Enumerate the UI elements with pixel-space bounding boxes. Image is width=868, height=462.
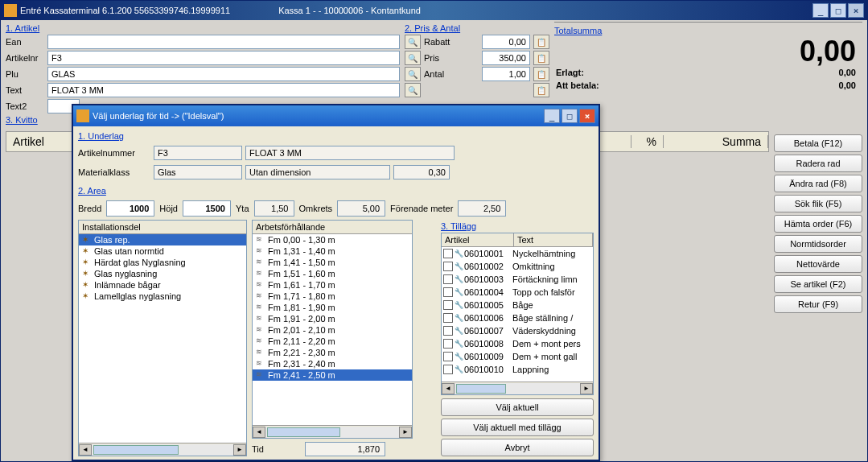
- tillagg-row[interactable]: 🔧06010008Dem + mont pers: [442, 337, 593, 350]
- arb-item[interactable]: ≋Fm 1,31 - 1,40 m: [253, 245, 412, 257]
- arb-item[interactable]: ≋Fm 1,71 - 1,80 m: [253, 291, 412, 302]
- tillagg-checkbox[interactable]: [443, 300, 453, 310]
- arb-item[interactable]: ≋Fm 2,01 - 2,10 m: [253, 324, 412, 336]
- maximize-button[interactable]: □: [830, 3, 846, 18]
- pris-lookup-icon[interactable]: 🔍: [405, 51, 421, 65]
- rabatt-input[interactable]: [482, 35, 530, 49]
- plu-input[interactable]: [47, 67, 400, 81]
- artikelnr-label: Artikelnr: [6, 53, 44, 63]
- valj-aktuell-tillagg-button[interactable]: Välj aktuell med tillägg: [441, 419, 594, 436]
- arb-item[interactable]: ≋Fm 1,81 - 1,90 m: [253, 302, 412, 313]
- tillagg-checkbox[interactable]: [443, 262, 453, 271]
- inst-item[interactable]: ✶Glas utan normtid: [79, 245, 246, 257]
- close-button[interactable]: ×: [848, 3, 864, 18]
- tillagg-checkbox[interactable]: [443, 287, 453, 297]
- rabatt-lookup-icon[interactable]: 🔍: [405, 35, 421, 49]
- arb-item[interactable]: ≋Fm 1,41 - 1,50 m: [253, 257, 412, 268]
- pris-side-icon[interactable]: 📋: [533, 51, 549, 65]
- tillagg-row[interactable]: 🔧06010002Omkittning: [442, 260, 593, 273]
- tillagg-checkbox[interactable]: [443, 249, 453, 258]
- side-buttons: Betala (F12)Radera radÄndra rad (F8)Sök …: [774, 134, 862, 313]
- inst-list[interactable]: ✶Glas rep.✶Glas utan normtid✶Härdat glas…: [79, 234, 246, 443]
- arb-item[interactable]: ≋Fm 2,41 - 2,50 m: [253, 369, 412, 381]
- modal-minimize-button[interactable]: _: [544, 109, 560, 123]
- tillagg-row[interactable]: 🔧06010005Båge: [442, 299, 593, 311]
- underlag-artikelnr-text: FLOAT 3 MM: [245, 146, 455, 160]
- rabatt-label: Rabatt: [424, 37, 479, 47]
- section-artikel: 1. Artikel: [6, 23, 400, 33]
- antal-input[interactable]: [482, 67, 530, 81]
- inst-item[interactable]: ✶Härdat glas Nyglasning: [79, 257, 246, 268]
- tillagg-row[interactable]: 🔧06010010Lappning: [442, 363, 593, 376]
- modal-close-button[interactable]: ×: [579, 109, 595, 123]
- inst-hscroll[interactable]: ◄►: [79, 443, 246, 456]
- antal-label: Antal: [424, 69, 479, 79]
- pris-input[interactable]: [482, 51, 530, 65]
- valj-aktuell-button[interactable]: Välj aktuell: [441, 398, 594, 416]
- modal-title: Välj underlag för tid -> ("Idelsval"): [93, 111, 224, 121]
- tillagg-hscroll[interactable]: ◄►: [442, 382, 593, 394]
- arb-list[interactable]: ≋Fm 0,00 - 1,30 m≋Fm 1,31 - 1,40 m≋Fm 1,…: [253, 234, 412, 425]
- side-button-7[interactable]: Se artikel (F2): [774, 275, 862, 293]
- side-button-2[interactable]: Ändra rad (F8): [774, 175, 862, 192]
- side-button-1[interactable]: Radera rad: [774, 155, 862, 172]
- tillagg-row[interactable]: 🔧06010004Topp och falsför: [442, 286, 593, 299]
- tillagg-col-text: Text: [514, 233, 593, 246]
- antal-side-icon[interactable]: 📋: [533, 67, 549, 81]
- tillagg-row[interactable]: 🔧06010006Båge ställning /: [442, 311, 593, 324]
- side-button-3[interactable]: Sök flik (F5): [774, 195, 862, 212]
- bredd-input[interactable]: [106, 200, 154, 217]
- tillagg-checkbox[interactable]: [443, 274, 453, 284]
- extra-side-icon[interactable]: 📋: [533, 83, 549, 97]
- arb-item[interactable]: ≋Fm 0,00 - 1,30 m: [253, 234, 412, 245]
- tillagg-checkbox[interactable]: [443, 352, 453, 361]
- title-left: Entré Kassaterminal 6.1.200 55653399746.…: [20, 6, 230, 15]
- side-button-0[interactable]: Betala (F12): [774, 134, 862, 152]
- arb-hscroll[interactable]: ◄►: [253, 425, 412, 438]
- arb-item[interactable]: ≋Fm 1,61 - 1,70 m: [253, 279, 412, 291]
- artikelnr-input[interactable]: [47, 51, 400, 65]
- text2-label: Text2: [6, 101, 44, 111]
- arb-item[interactable]: ≋Fm 1,51 - 1,60 m: [253, 268, 412, 279]
- modal-maximize-button[interactable]: □: [562, 109, 578, 123]
- inst-item[interactable]: ✶Inlämnade bågar: [79, 279, 246, 291]
- tillagg-row[interactable]: 🔧06010003Förtäckning limn: [442, 273, 593, 286]
- modal-window: Välj underlag för tid -> ("Idelsval") _ …: [72, 104, 600, 461]
- side-button-8[interactable]: Retur (F9): [774, 295, 862, 313]
- text-input[interactable]: [47, 83, 400, 97]
- bullet-icon: ✶: [82, 280, 92, 290]
- tillagg-checkbox[interactable]: [443, 339, 453, 349]
- tillagg-row[interactable]: 🔧06010007Väderskyddning: [442, 324, 593, 337]
- yta-label: Yta: [236, 204, 249, 213]
- range-icon: ≋: [256, 280, 265, 290]
- tillagg-row[interactable]: 🔧06010009Dem + mont gall: [442, 350, 593, 363]
- side-button-4[interactable]: Hämta order (F6): [774, 215, 862, 233]
- modal-titlebar: Välj underlag för tid -> ("Idelsval") _ …: [73, 105, 599, 126]
- section-area: 2. Area: [78, 186, 594, 196]
- tillagg-row[interactable]: 🔧06010001Nyckelhämtning: [442, 247, 593, 260]
- tillagg-checkbox[interactable]: [443, 326, 453, 336]
- inst-item[interactable]: ✶Glas rep.: [79, 234, 246, 245]
- tillagg-checkbox[interactable]: [443, 313, 453, 323]
- wrench-icon: 🔧: [455, 275, 464, 283]
- section-underlag: 1. Underlag: [78, 131, 594, 141]
- tillagg-checkbox[interactable]: [443, 365, 453, 374]
- arb-item[interactable]: ≋Fm 2,11 - 2,20 m: [253, 336, 412, 347]
- arb-item[interactable]: ≋Fm 1,91 - 2,00 m: [253, 313, 412, 324]
- tillagg-grid[interactable]: Artikel Text 🔧06010001Nyckelhämtning🔧060…: [441, 233, 594, 395]
- inst-header: Installationsdel: [79, 221, 246, 234]
- ean-input[interactable]: [47, 35, 400, 49]
- arb-item[interactable]: ≋Fm 2,31 - 2,40 m: [253, 358, 412, 369]
- inst-item[interactable]: ✶Glas nyglasning: [79, 268, 246, 279]
- side-button-5[interactable]: Normtidsorder: [774, 235, 862, 253]
- extra-lookup-icon[interactable]: 🔍: [405, 83, 421, 97]
- minimize-button[interactable]: _: [812, 3, 829, 18]
- side-button-6[interactable]: Nettovärde: [774, 255, 862, 273]
- omkrets-value: [337, 200, 385, 217]
- avbryt-button[interactable]: Avbryt: [441, 439, 594, 456]
- antal-lookup-icon[interactable]: 🔍: [405, 67, 421, 81]
- hojd-input[interactable]: [183, 200, 231, 217]
- inst-item[interactable]: ✶Lamellglas nyglasning: [79, 291, 246, 302]
- rabatt-side-icon[interactable]: 📋: [533, 35, 549, 49]
- arb-item[interactable]: ≋Fm 2,21 - 2,30 m: [253, 347, 412, 358]
